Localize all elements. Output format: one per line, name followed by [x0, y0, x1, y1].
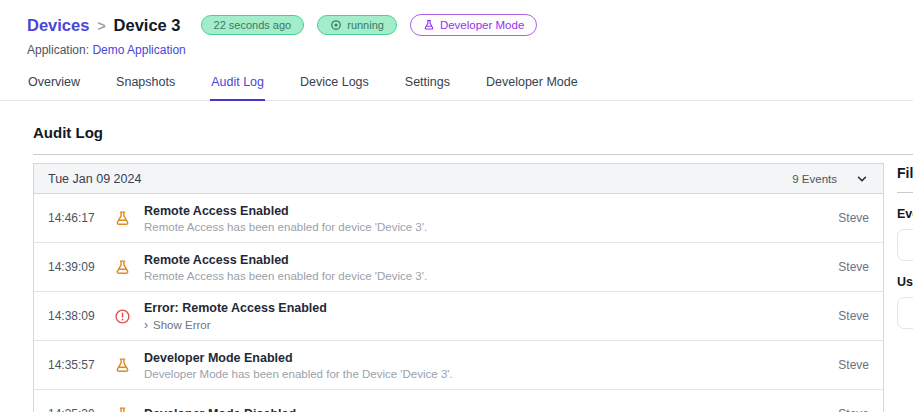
event-description: Remote Access has been enabled for devic…: [144, 270, 838, 282]
tab-device-logs[interactable]: Device Logs: [299, 69, 370, 100]
page-title: Audit Log: [33, 124, 913, 141]
flask-icon: [114, 210, 131, 227]
event-time: 14:39:09: [48, 260, 100, 274]
show-error-toggle[interactable]: › Show Error: [144, 318, 838, 332]
flask-icon: [114, 406, 131, 412]
table-row: 14:35:30 Developer Mode Disabled Steve: [34, 390, 883, 412]
application-link[interactable]: Demo Application: [92, 43, 185, 57]
event-description: Remote Access has been enabled for devic…: [144, 221, 838, 233]
tab-settings[interactable]: Settings: [404, 69, 451, 100]
event-user: Steve: [838, 211, 869, 225]
status-dot-icon: [330, 19, 342, 31]
table-row: 14:39:09 Remote Access Enabled Remote Ac…: [34, 243, 883, 292]
filter-panel: Filter Events User: [897, 163, 913, 329]
last-seen-badge: 22 seconds ago: [201, 15, 305, 35]
flask-icon: [114, 357, 131, 374]
event-title: Error: Remote Access Enabled: [144, 301, 838, 315]
status-badge: running: [317, 15, 397, 35]
tab-overview[interactable]: Overview: [27, 69, 81, 100]
event-user: Steve: [838, 260, 869, 274]
breadcrumb-separator: >: [97, 18, 105, 34]
application-row: Application: Demo Application: [27, 43, 913, 57]
event-time: 14:38:09: [48, 309, 100, 323]
event-title: Developer Mode Disabled: [144, 407, 838, 412]
tab-bar: Overview Snapshots Audit Log Device Logs…: [0, 69, 913, 101]
event-time: 14:35:30: [48, 407, 100, 412]
audit-log-section: Audit Log Tue Jan 09 2024 9 Events 14:46…: [33, 124, 913, 412]
table-row: 14:38:09 Error: Remote Access Enabled › …: [34, 292, 883, 341]
filter-events-input[interactable]: [897, 229, 913, 261]
filter-divider: [897, 192, 913, 193]
event-time: 14:35:57: [48, 358, 100, 372]
chevron-right-icon: ›: [144, 318, 148, 332]
breadcrumb-current-device: Device 3: [114, 16, 181, 35]
flask-icon: [114, 259, 131, 276]
event-title: Developer Mode Enabled: [144, 351, 838, 365]
event-user: Steve: [838, 407, 869, 412]
filter-user-input[interactable]: [897, 297, 913, 329]
date-group-header: Tue Jan 09 2024 9 Events: [34, 164, 883, 194]
table-row: 14:35:57 Developer Mode Enabled Develope…: [34, 341, 883, 390]
table-row: 14:46:17 Remote Access Enabled Remote Ac…: [34, 194, 883, 243]
event-user: Steve: [838, 309, 869, 323]
event-description: Developer Mode has been enabled for the …: [144, 368, 838, 380]
section-divider: [33, 154, 913, 155]
filter-events-label: Events: [897, 207, 913, 221]
developer-mode-badge: Developer Mode: [410, 14, 537, 36]
flask-icon: [423, 19, 435, 31]
event-user: Steve: [838, 358, 869, 372]
show-error-label: Show Error: [153, 319, 211, 331]
group-date: Tue Jan 09 2024: [48, 172, 141, 186]
tab-developer-mode[interactable]: Developer Mode: [485, 69, 579, 100]
filter-title: Filter: [897, 165, 913, 181]
breadcrumb: Devices > Device 3: [27, 16, 181, 35]
event-title: Remote Access Enabled: [144, 204, 838, 218]
tab-audit-log[interactable]: Audit Log: [210, 69, 265, 101]
error-icon: [114, 308, 131, 325]
application-label: Application:: [27, 43, 89, 57]
page-header: Devices > Device 3 22 seconds ago runnin…: [0, 0, 913, 57]
breadcrumb-devices-link[interactable]: Devices: [27, 16, 89, 35]
chevron-down-icon[interactable]: [855, 172, 869, 186]
audit-log-table: Tue Jan 09 2024 9 Events 14:46:17 Remote…: [33, 163, 884, 412]
event-time: 14:46:17: [48, 211, 100, 225]
tab-snapshots[interactable]: Snapshots: [115, 69, 176, 100]
filter-user-label: User: [897, 275, 913, 289]
event-title: Remote Access Enabled: [144, 253, 838, 267]
event-count: 9 Events: [792, 173, 837, 185]
